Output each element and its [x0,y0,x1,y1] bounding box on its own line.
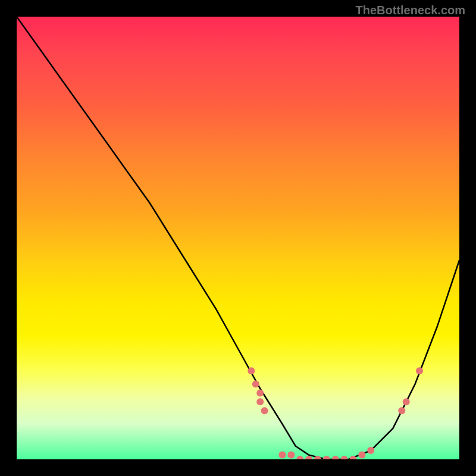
data-marker [403,398,410,405]
data-marker [287,452,295,459]
bottleneck-curve [17,17,459,459]
data-marker [261,407,268,414]
data-marker [252,381,259,388]
data-marker [256,389,264,396]
data-marker [367,447,374,454]
data-marker [278,452,286,459]
chart-svg [17,17,459,459]
data-markers [248,367,423,459]
data-marker [323,456,330,459]
data-marker [332,456,339,459]
data-marker [358,452,365,459]
data-marker [248,367,255,374]
data-marker [416,367,423,374]
data-marker [398,407,405,414]
chart-plot-area [17,17,459,459]
data-marker [296,456,303,459]
data-marker [256,398,264,405]
watermark-text: TheBottleneck.com [356,4,465,17]
data-marker [341,456,348,459]
